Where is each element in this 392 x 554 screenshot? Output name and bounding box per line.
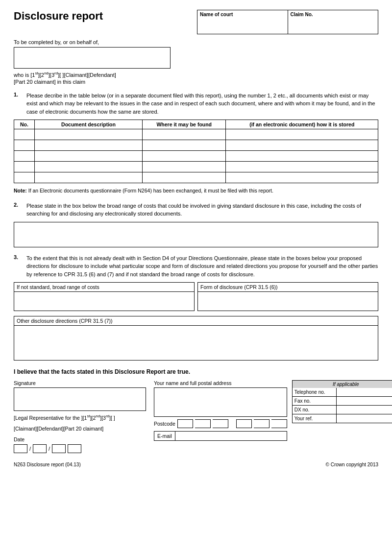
table-row	[14, 172, 378, 183]
col-no: No.	[14, 120, 35, 129]
cost-box-right-label: Form of disclosure (CPR 31.5 (6))	[198, 283, 378, 292]
table-cell[interactable]	[143, 151, 226, 162]
page-title: Disclosure report	[14, 10, 103, 23]
col-desc: Document description	[35, 120, 143, 129]
table-row	[14, 140, 378, 151]
claim-label: Claim No.	[291, 12, 376, 17]
table-cell[interactable]	[35, 162, 143, 172]
if-applicable-value[interactable]	[337, 406, 392, 414]
postcode-box-5[interactable]	[254, 419, 270, 428]
section-2-num-row: 2. Please state in the box below the bro…	[14, 202, 378, 218]
note-bold: Note:	[14, 188, 27, 193]
court-box: Name of court	[197, 10, 288, 34]
table-cell[interactable]	[226, 162, 378, 172]
title-block: Disclosure report	[14, 10, 103, 23]
cost-box-left-input[interactable]	[14, 292, 194, 311]
date-y1-box[interactable]	[52, 444, 66, 453]
believe-statement: I believe that the facts stated in this …	[14, 368, 378, 375]
document-table: No. Document description Where it may be…	[14, 120, 378, 183]
address-main: Your name and full postal address Postco…	[154, 380, 287, 441]
other-dir-input[interactable]	[14, 326, 378, 360]
postcode-box-2[interactable]	[195, 419, 211, 428]
table-cell[interactable]	[14, 140, 35, 151]
if-applicable-row: Fax no.	[292, 397, 392, 406]
email-value[interactable]	[175, 434, 287, 437]
if-applicable-label: Fax no.	[293, 397, 337, 405]
section-1-text: Please decribe in the table below (or in…	[26, 92, 378, 116]
address-box[interactable]	[154, 387, 287, 417]
section-1: 1. Please decribe in the table below (or…	[14, 92, 378, 195]
table-cell[interactable]	[226, 129, 378, 140]
footer-row: N263 Disclosure report (04.13) © Crown c…	[14, 462, 378, 467]
section-3-num-row: 3. To the extent that this is not alread…	[14, 254, 378, 279]
claim-box: Claim No.	[288, 10, 378, 34]
if-applicable-value[interactable]	[337, 414, 392, 423]
table-cell[interactable]	[143, 129, 226, 140]
postcode-box-3[interactable]	[213, 419, 228, 428]
party-line-2: [Part 20 claimant] in this claim	[14, 79, 378, 85]
table-cell[interactable]	[35, 151, 143, 162]
table-cell[interactable]	[14, 172, 35, 183]
behalf-input-box[interactable]	[14, 47, 171, 69]
table-cell[interactable]	[226, 140, 378, 151]
header-row: Disclosure report Name of court Claim No…	[14, 10, 378, 34]
if-applicable-label: Your ref.	[293, 414, 337, 423]
section-2-num: 2.	[14, 202, 23, 208]
table-row	[14, 129, 378, 140]
sig-label: Signature	[14, 380, 146, 386]
sig-section: Signature [Legal Representative for the …	[14, 380, 378, 453]
date-mm-box[interactable]	[33, 444, 47, 453]
note-text: If an Electronic documents questionnaire…	[27, 188, 273, 193]
footer-right: © Crown copyright 2013	[326, 462, 378, 467]
behalf-label: To be completed by, or on behalf of,	[14, 39, 378, 45]
date-section: Date / /	[14, 436, 146, 453]
cost-box-left-label: If not standard, broad range of costs	[14, 283, 194, 292]
table-cell[interactable]	[35, 129, 143, 140]
table-cell[interactable]	[35, 172, 143, 183]
if-applicable-value[interactable]	[337, 397, 392, 405]
if-applicable-row: Telephone no.	[292, 388, 392, 397]
if-applicable-row: Your ref.	[292, 414, 392, 423]
table-cell[interactable]	[14, 129, 35, 140]
other-dir-box: Other disclosure directions (CPR 31.5 (7…	[14, 316, 378, 361]
note-line: Note: If an Electronic documents questio…	[14, 187, 378, 195]
if-applicable-value[interactable]	[337, 388, 392, 396]
if-applicable-header: If applicable	[292, 380, 392, 388]
table-cell[interactable]	[14, 151, 35, 162]
table-cell[interactable]	[14, 162, 35, 172]
date-y2-box[interactable]	[68, 444, 81, 453]
cost-box-right-input[interactable]	[198, 292, 378, 311]
section-3-text: To the extent that this is not already d…	[26, 254, 378, 279]
col-where: Where it may be found	[143, 120, 226, 129]
table-row	[14, 162, 378, 172]
party-line-1: who is [1st][2nd][3rd][ ][Claimant][Defe…	[14, 71, 378, 78]
table-header-row: No. Document description Where it may be…	[14, 120, 378, 129]
if-applicable-rows: Telephone no. Fax no. DX no. Your ref.	[292, 388, 392, 423]
date-dd-box[interactable]	[14, 444, 27, 453]
section-2: 2. Please state in the box below the bro…	[14, 202, 378, 247]
postcode-label: Postcode	[154, 421, 175, 427]
sig-right: Your name and full postal address Postco…	[154, 380, 392, 453]
postcode-box-4[interactable]	[236, 419, 252, 428]
section-1-num-row: 1. Please decribe in the table below (or…	[14, 92, 378, 116]
cost-box-left: If not standard, broad range of costs	[14, 282, 195, 311]
table-cell[interactable]	[143, 162, 226, 172]
sig-left: Signature [Legal Representative for the …	[14, 380, 146, 453]
table-row	[14, 151, 378, 162]
table-cell[interactable]	[35, 140, 143, 151]
postcode-box-1[interactable]	[177, 419, 193, 428]
table-cell[interactable]	[226, 151, 378, 162]
table-cell[interactable]	[143, 140, 226, 151]
legal-rep-line-1: [Legal Representative for the ][1st][2nd…	[14, 413, 146, 422]
if-applicable-block: If applicable Telephone no. Fax no. DX n…	[292, 380, 392, 441]
sig-box[interactable]	[14, 387, 146, 411]
table-cell[interactable]	[143, 172, 226, 183]
if-applicable-row: DX no.	[292, 406, 392, 414]
table-cell[interactable]	[226, 172, 378, 183]
postcode-box-6[interactable]	[271, 419, 287, 428]
section-3-num: 3.	[14, 254, 23, 260]
footer-left: N263 Disclosure report (04.13)	[14, 462, 81, 467]
if-applicable-label: Telephone no.	[293, 388, 337, 396]
col-electronic: (if an electronic document) how it is st…	[226, 120, 378, 129]
costs-text-box[interactable]	[14, 222, 378, 247]
